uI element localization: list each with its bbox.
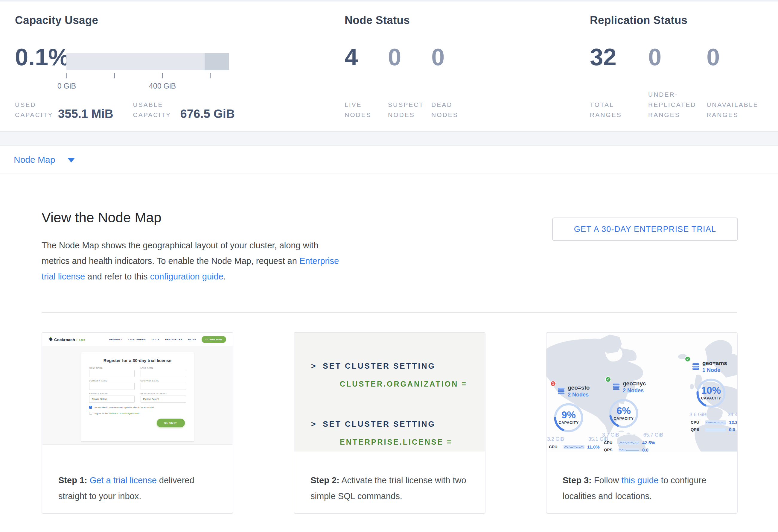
- email-updates-checkbox[interactable]: [89, 406, 92, 409]
- map-cluster-sfo[interactable]: 1 geo=sfo 2 Nodes 9% CAPACITY: [550, 384, 613, 452]
- stat-value: 4: [344, 45, 388, 69]
- replication-status-panel: 32 TOTAL RANGES 0 UNDER-REPLICATED RANGE…: [590, 45, 765, 120]
- nav-item-docs[interactable]: DOCS: [151, 338, 159, 341]
- nav-item-resources[interactable]: RESOURCES: [165, 338, 182, 341]
- capacity-range: 3.2 GiB 35.1 GiB: [547, 436, 608, 442]
- sql-commands-preview: >SET CLUSTER SETTING CLUSTER.ORGANIZATIO…: [294, 333, 485, 452]
- step-card-3: 1 geo=sfo 2 Nodes 9% CAPACITY: [546, 332, 737, 514]
- step-caption: Step 3: Follow this guide to configure l…: [546, 452, 737, 504]
- nav-item-customers[interactable]: CUSTOMERS: [128, 338, 146, 341]
- capacity-bar: [66, 53, 229, 70]
- capacity-range: 3.7 GiB 65.7 GiB: [602, 432, 663, 438]
- step-cards: Cockroach LABS PRODUCT CUSTOMERS DOCS RE…: [42, 332, 737, 514]
- total-ranges-stat: 32 TOTAL RANGES: [590, 45, 648, 120]
- link-configuration-guide[interactable]: configuration guide: [150, 272, 223, 281]
- reason-for-interest-select[interactable]: Please Select: [141, 395, 186, 403]
- capacity-usage-title: Capacity Usage: [15, 14, 98, 27]
- link-enterprise-trial-license[interactable]: trial license: [42, 272, 85, 281]
- capacity-gauge: 10% CAPACITY: [695, 377, 727, 409]
- map-cluster-ams[interactable]: ✓ geo=ams 1 Node 10% CAPACITY: [685, 360, 737, 432]
- axis-tick-label: 400 GiB: [149, 82, 176, 90]
- replication-status-title: Replication Status: [590, 14, 687, 27]
- capacity-percent: 10%: [695, 385, 727, 396]
- database-icon: [692, 363, 700, 370]
- capacity-metrics: USED CAPACITY 355.1 MiB USABLE CAPACITY …: [15, 91, 235, 120]
- form-field: COMPANY EMAIL: [141, 380, 186, 390]
- usable-capacity-value: 676.5 GiB: [180, 107, 235, 121]
- company-email-input[interactable]: [141, 383, 186, 390]
- node-map-preview: 1 geo=sfo 2 Nodes 9% CAPACITY: [546, 333, 737, 452]
- form-field: PROJECT PHASE Please Select: [89, 393, 135, 403]
- terminal-line: >SET CLUSTER SETTING ENTERPRISE.LICENSE …: [311, 420, 453, 446]
- live-nodes-stat: 4 LIVE NODES: [344, 45, 388, 120]
- cpu-row: CPU 11.0%: [549, 444, 613, 449]
- locality-name: geo=nyc: [623, 380, 646, 387]
- node-map-promo-section: View the Node Map The Node Map shows the…: [0, 174, 778, 532]
- first-name-input[interactable]: [89, 370, 135, 377]
- node-map-selector[interactable]: Node Map: [0, 146, 778, 174]
- software-license-agreement-link[interactable]: Software License Agreement: [108, 412, 139, 415]
- get-trial-button[interactable]: GET A 30-DAY ENTERPRISE TRIAL: [552, 218, 738, 241]
- node-status-title: Node Status: [344, 14, 410, 27]
- cpu-sparkline: [619, 441, 639, 445]
- step-caption: Step 2: Activate the trial license with …: [294, 452, 485, 504]
- register-form: Register for a 30-day trial license FIRS…: [81, 352, 194, 442]
- stat-value: 0: [388, 45, 431, 69]
- capacity-range: 3.6 GiB 34.4 GiB: [690, 412, 737, 418]
- used-capacity-label: USED CAPACITY: [15, 100, 56, 120]
- qps-sparkline: [705, 428, 726, 432]
- step-card-1: Cockroach LABS PRODUCT CUSTOMERS DOCS RE…: [42, 332, 233, 514]
- trial-license-site-preview: Cockroach LABS PRODUCT CUSTOMERS DOCS RE…: [42, 333, 233, 452]
- error-badge: 1: [550, 381, 556, 387]
- stat-value: 0: [431, 45, 475, 69]
- cpu-row: CPU 12.3%: [691, 420, 737, 425]
- axis-tick: [162, 73, 163, 78]
- step-caption: Step 1: Get a trial license delivered st…: [42, 452, 233, 504]
- stat-value: 0: [648, 45, 706, 69]
- dead-nodes-stat: 0 DEAD NODES: [431, 45, 475, 120]
- company-name-input[interactable]: [89, 383, 135, 390]
- last-name-input[interactable]: [141, 370, 186, 377]
- license-agreement-checkbox[interactable]: [89, 412, 92, 415]
- nav-item-product[interactable]: PRODUCT: [109, 338, 123, 341]
- step-card-2: >SET CLUSTER SETTING CLUSTER.ORGANIZATIO…: [294, 332, 485, 514]
- nav-item-blog[interactable]: BLOG: [188, 338, 196, 341]
- terminal-line: >SET CLUSTER SETTING CLUSTER.ORGANIZATIO…: [311, 362, 467, 388]
- axis-tick: [114, 73, 115, 78]
- page-title: View the Node Map: [42, 210, 161, 226]
- this-guide-link[interactable]: this guide: [622, 475, 658, 485]
- form-field: LAST NAME: [141, 367, 186, 377]
- link-enterprise-trial-license[interactable]: Enterprise: [299, 256, 339, 266]
- qps-row: QPS 0.0: [604, 447, 668, 452]
- cluster-summary-bar: Capacity Usage 0.1% 0 GiB 400 GiB USED C…: [0, 1, 778, 131]
- node-status-panel: 4 LIVE NODES 0 SUSPECT NODES 0 DEAD NODE…: [344, 45, 475, 120]
- capacity-label: CAPACITY: [552, 421, 585, 425]
- map-cluster-nyc[interactable]: ✓ geo=nyc 2 Nodes 6% CAPACITY: [605, 380, 668, 452]
- cpu-sparkline: [705, 421, 726, 425]
- project-phase-select[interactable]: Please Select: [89, 395, 135, 403]
- cockroach-labs-logo[interactable]: Cockroach LABS: [49, 336, 86, 342]
- unavailable-ranges-stat: 0 UNAVAILABLE RANGES: [706, 45, 765, 120]
- mini-site-body: Register for a 30-day trial license FIRS…: [42, 346, 233, 445]
- ok-badge: ✓: [685, 356, 691, 362]
- stat-label: LIVE NODES: [344, 100, 381, 120]
- used-capacity-value: 355.1 MiB: [58, 107, 113, 121]
- terminal-preview: >SET CLUSTER SETTING CLUSTER.ORGANIZATIO…: [294, 333, 485, 452]
- stat-value: 0: [706, 45, 765, 69]
- license-agreement-checkbox-row: I agree to the Software License Agreemen…: [89, 412, 186, 415]
- download-button[interactable]: DOWNLOAD: [202, 336, 226, 343]
- stat-label: TOTAL RANGES: [590, 100, 641, 120]
- mini-site: Cockroach LABS PRODUCT CUSTOMERS DOCS RE…: [42, 333, 233, 452]
- usable-capacity-label: USABLE CAPACITY: [133, 100, 178, 120]
- qps-sparkline: [619, 448, 639, 452]
- submit-button[interactable]: SUBMIT: [157, 419, 185, 427]
- under-replicated-ranges-stat: 0 UNDER-REPLICATED RANGES: [648, 45, 706, 120]
- axis-tick: [210, 73, 211, 78]
- chevron-down-icon: [68, 158, 75, 162]
- stat-label: DEAD NODES: [431, 100, 467, 120]
- intro-paragraph: The Node Map shows the geographical layo…: [42, 238, 339, 284]
- stat-label: UNAVAILABLE RANGES: [706, 100, 758, 120]
- capacity-label: CAPACITY: [608, 416, 640, 421]
- world-map: 1 geo=sfo 2 Nodes 9% CAPACITY: [546, 333, 737, 452]
- get-trial-license-link[interactable]: Get a trial license: [90, 475, 157, 485]
